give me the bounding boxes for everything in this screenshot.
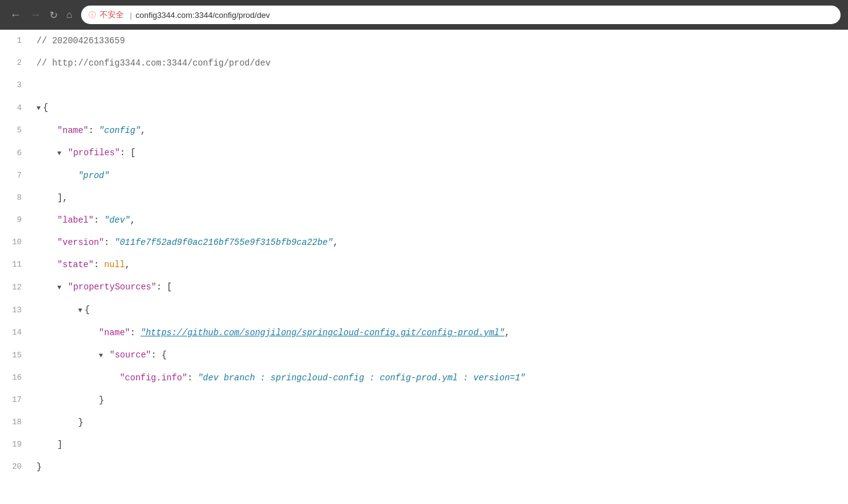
line-13: 13 ▼{ (0, 299, 848, 322)
line-content-9: "label": "dev", (34, 209, 848, 231)
line-number-10: 10 (0, 231, 34, 254)
line-1: 1// 20200426133659 (0, 30, 848, 52)
line-content-10: "version": "011fe7f52ad9f0ac216bf755e9f3… (34, 231, 848, 254)
line-number-4: 4 (0, 97, 34, 119)
line-content-5: "name": "config", (34, 119, 848, 142)
line-number-9: 9 (0, 209, 34, 231)
line-number-1: 1 (0, 30, 34, 52)
line-17: 17 } (0, 389, 848, 411)
back-button[interactable]: ← (7, 8, 24, 22)
line-5: 5 "name": "config", (0, 119, 848, 142)
line-19: 19 ] (0, 434, 848, 456)
nav-buttons: ← → ↻ ⌂ (7, 8, 75, 22)
line-number-18: 18 (0, 411, 34, 434)
line-content-20: } (34, 456, 848, 478)
url-text: config3344.com:3344/config/prod/dev (136, 11, 270, 20)
line-content-12: ▼ "propertySources": [ (34, 276, 848, 299)
line-15: 15 ▼ "source": { (0, 344, 848, 367)
comment-text: // http://config3344.com:3344/config/pro… (37, 58, 270, 68)
line-7: 7 "prod" (0, 164, 848, 187)
url-link[interactable]: "https://github.com/songjilong/springclo… (141, 328, 504, 338)
line-content-7: "prod" (34, 164, 848, 187)
toggle-icon[interactable]: ▼ (78, 307, 82, 314)
home-button[interactable]: ⌂ (64, 8, 75, 22)
line-number-15: 15 (0, 344, 34, 367)
line-content-15: ▼ "source": { (34, 344, 848, 367)
line-number-8: 8 (0, 187, 34, 209)
line-number-14: 14 (0, 322, 34, 344)
security-icon: ⓘ (89, 10, 96, 20)
line-2: 2// http://config3344.com:3344/config/pr… (0, 52, 848, 74)
json-viewer: 1// 202004261336592// http://config3344.… (0, 30, 848, 504)
line-number-16: 16 (0, 367, 34, 389)
line-content-11: "state": null, (34, 254, 848, 276)
line-12: 12 ▼ "propertySources": [ (0, 276, 848, 299)
line-number-11: 11 (0, 254, 34, 276)
line-content-6: ▼ "profiles": [ (34, 142, 848, 164)
line-number-7: 7 (0, 164, 34, 187)
line-content-13: ▼{ (34, 299, 848, 322)
comment-text: // 20200426133659 (37, 36, 125, 46)
line-number-5: 5 (0, 119, 34, 142)
line-content-4: ▼{ (34, 96, 848, 119)
line-number-3: 3 (0, 74, 34, 96)
line-number-19: 19 (0, 434, 34, 456)
line-content-17: } (34, 389, 848, 411)
line-number-13: 13 (0, 299, 34, 322)
line-content-19: ] (34, 434, 848, 456)
reload-button[interactable]: ↻ (47, 8, 60, 22)
line-10: 10 "version": "011fe7f52ad9f0ac216bf755e… (0, 231, 848, 254)
line-20: 20} (0, 456, 848, 478)
forward-button[interactable]: → (27, 8, 43, 22)
line-16: 16 "config.info": "dev branch : springcl… (0, 367, 848, 389)
address-bar[interactable]: ⓘ 不安全 | config3344.com:3344/config/prod/… (81, 6, 841, 24)
line-content-8: ], (34, 187, 848, 209)
line-content-2: // http://config3344.com:3344/config/pro… (34, 52, 848, 74)
line-8: 8 ], (0, 187, 848, 209)
separator: | (130, 11, 132, 20)
line-content-14: "name": "https://github.com/songjilong/s… (34, 322, 848, 344)
toggle-icon[interactable]: ▼ (58, 150, 66, 157)
toggle-icon[interactable]: ▼ (58, 284, 66, 291)
line-4: 4▼{ (0, 96, 848, 119)
line-content-1: // 20200426133659 (34, 30, 848, 52)
line-number-2: 2 (0, 52, 34, 74)
line-number-12: 12 (0, 276, 34, 299)
security-label: 不安全 (100, 9, 124, 20)
toggle-icon[interactable]: ▼ (99, 352, 107, 359)
line-11: 11 "state": null, (0, 254, 848, 276)
line-3: 3 (0, 74, 848, 96)
toggle-icon[interactable]: ▼ (37, 105, 41, 112)
line-content-16: "config.info": "dev branch : springcloud… (34, 367, 848, 389)
line-6: 6 ▼ "profiles": [ (0, 142, 848, 164)
browser-chrome: ← → ↻ ⌂ ⓘ 不安全 | config3344.com:3344/conf… (0, 0, 848, 30)
line-content-18: } (34, 411, 848, 434)
line-14: 14 "name": "https://github.com/songjilon… (0, 322, 848, 344)
line-18: 18 } (0, 411, 848, 434)
line-number-20: 20 (0, 456, 34, 478)
line-number-6: 6 (0, 142, 34, 164)
line-9: 9 "label": "dev", (0, 209, 848, 231)
line-number-17: 17 (0, 389, 34, 411)
